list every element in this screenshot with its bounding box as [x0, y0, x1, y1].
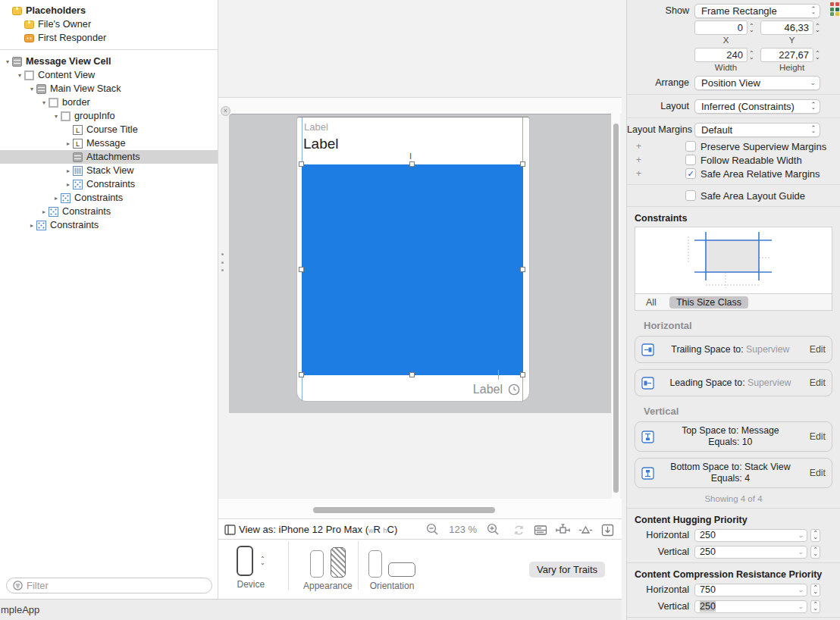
checkbox[interactable]: ✓ — [685, 168, 696, 179]
chevron-down-icon[interactable]: ▾ — [39, 99, 49, 106]
width-field[interactable]: 240 — [694, 48, 748, 62]
width-stepper[interactable]: ⌃⌄ — [749, 52, 754, 59]
constraint-row[interactable]: Leading Space to: SuperviewEdit — [635, 369, 832, 396]
priority-value-combo[interactable]: 250⌄ — [694, 529, 807, 542]
arrange-dropdown[interactable]: Position View⌄ — [694, 76, 820, 90]
pane-divider-handle[interactable] — [221, 253, 226, 271]
edit-button[interactable]: Edit — [810, 468, 826, 478]
selection-handle-bottom-mid[interactable] — [409, 372, 415, 377]
show-dropdown[interactable]: Frame Rectangle⌃⌄ — [694, 4, 820, 18]
selection-handle-top-mid[interactable] — [409, 161, 415, 167]
outline-row-message[interactable]: ▸LMessage — [0, 136, 218, 150]
message-view-cell-preview[interactable]: Label Label I Label — [297, 117, 529, 401]
chevron-right-icon[interactable]: ▸ — [64, 140, 73, 147]
layout-dropdown[interactable]: Inferred (Constraints)⌃⌄ — [694, 99, 820, 114]
safe-area-guide-checkbox[interactable] — [685, 190, 696, 201]
horizontal-scrollbar[interactable] — [218, 499, 622, 518]
priority-value-combo[interactable]: 750⌄ — [694, 584, 807, 597]
outline-row-course-title[interactable]: LCourse Title — [0, 123, 218, 136]
y-field[interactable]: 46,33 — [760, 20, 813, 35]
chevron-right-icon[interactable]: ▸ — [39, 208, 49, 215]
selection-handle-mid-left[interactable] — [299, 267, 304, 272]
constraint-row[interactable]: Top Space to: MessageEquals: 10Edit — [635, 421, 832, 452]
x-field[interactable]: 0 — [694, 20, 748, 35]
y-stepper[interactable]: ⌃⌄ — [815, 24, 820, 32]
vertical-scrollbar[interactable] — [612, 101, 620, 499]
outline-filter-field[interactable]: Filter — [6, 578, 212, 593]
chevron-right-icon[interactable]: ▸ — [64, 181, 73, 188]
device-stepper[interactable]: ⌃⌄ — [260, 557, 265, 565]
priority-stepper[interactable]: ⌃⌄ — [810, 546, 820, 559]
resolve-issues-icon[interactable] — [578, 524, 593, 537]
course-title-label[interactable]: Label — [304, 121, 328, 133]
orientation-landscape-icon[interactable] — [388, 562, 415, 577]
selection-handle-top-left[interactable] — [299, 161, 304, 167]
height-field[interactable]: 227,67 — [760, 48, 813, 62]
chevron-down-icon[interactable]: ▾ — [3, 58, 12, 65]
outline-row-message-view-cell[interactable]: ▾Message View Cell — [0, 55, 218, 68]
vertical-scrollbar-thumb[interactable] — [613, 124, 619, 493]
orientation-picker[interactable]: Orientation — [368, 546, 415, 591]
chevron-right-icon[interactable]: ▸ — [64, 168, 73, 174]
tab-all[interactable]: All — [646, 297, 657, 308]
editor-pane-icon[interactable] — [224, 524, 236, 535]
tab-this-size-class[interactable]: This Size Class — [669, 296, 748, 308]
appearance-dark-icon[interactable] — [331, 547, 346, 578]
appearance-picker[interactable]: Appearance — [303, 546, 353, 591]
constraint-row[interactable]: Bottom Space to: Stack ViewEquals: 4Edit — [635, 458, 832, 488]
priority-value-combo[interactable]: 250⌄ — [694, 600, 807, 613]
chevron-down-icon[interactable]: ▾ — [52, 113, 61, 120]
message-label[interactable]: Label — [303, 136, 339, 152]
add-variation-icon[interactable]: + — [636, 155, 645, 165]
view-as-label[interactable]: View as: iPhone 12 Pro Max (wR hC) — [239, 524, 397, 535]
device-phone-icon[interactable] — [237, 546, 253, 576]
constraint-row[interactable]: Trailing Space to: SuperviewEdit — [635, 336, 832, 363]
chevron-right-icon[interactable]: ▸ — [27, 222, 36, 229]
orientation-portrait-icon[interactable] — [368, 550, 382, 578]
outline-row-content-view[interactable]: ▾Content View — [0, 68, 218, 82]
add-variation-icon[interactable]: + — [636, 141, 645, 152]
edit-button[interactable]: Edit — [810, 377, 826, 388]
outline-row-stack-view[interactable]: ▸Stack View — [0, 164, 218, 177]
outline-row-constraints[interactable]: ▸Constraints — [0, 191, 218, 205]
outline-row-constraints[interactable]: ▸Constraints — [0, 218, 218, 232]
time-label[interactable]: Label — [473, 383, 503, 396]
height-stepper[interactable]: ⌃⌄ — [815, 52, 820, 59]
vary-for-traits-button[interactable]: Vary for Traits — [529, 562, 605, 578]
zoom-out-icon[interactable] — [426, 523, 439, 536]
zoom-level[interactable]: 123 % — [449, 524, 477, 535]
outline-row-groupinfo[interactable]: ▾groupInfo — [0, 109, 218, 123]
x-stepper[interactable]: ⌃⌄ — [749, 24, 754, 32]
outline-row-attachments[interactable]: Attachments — [0, 150, 218, 164]
priority-stepper[interactable]: ⌃⌄ — [810, 529, 820, 542]
appearance-light-icon[interactable] — [310, 550, 324, 578]
outline-row-constraints[interactable]: ▸Constraints — [0, 205, 218, 218]
selection-handle-bottom-right[interactable] — [520, 372, 525, 377]
checkbox[interactable] — [685, 155, 696, 165]
edit-button[interactable]: Edit — [810, 431, 826, 442]
update-frames-icon[interactable] — [512, 524, 525, 537]
embed-in-icon[interactable] — [601, 524, 614, 537]
selection-handle-top-right[interactable] — [520, 161, 525, 167]
outline-row-main-view-stack[interactable]: ▾Main View Stack — [0, 82, 218, 96]
outline-row-constraints[interactable]: ▸Constraints — [0, 177, 218, 191]
outline-row-border[interactable]: ▾border — [0, 96, 218, 109]
selection-handle-mid-right[interactable] — [520, 267, 525, 272]
add-variation-icon[interactable]: + — [636, 168, 645, 179]
checkbox[interactable] — [685, 141, 696, 152]
chevron-down-icon[interactable]: ▾ — [27, 86, 36, 92]
chevron-right-icon[interactable]: ▸ — [52, 195, 61, 202]
device-picker[interactable]: ⌃⌄ Device — [237, 546, 265, 590]
add-constraints-icon[interactable] — [556, 524, 570, 537]
priority-stepper[interactable]: ⌃⌄ — [810, 600, 820, 613]
horizontal-scrollbar-thumb[interactable] — [313, 507, 495, 513]
edit-button[interactable]: Edit — [810, 344, 826, 355]
align-icon[interactable] — [534, 524, 547, 537]
selection-handle-bottom-left[interactable] — [299, 372, 304, 377]
priority-stepper[interactable]: ⌃⌄ — [810, 584, 820, 597]
outline-row-placeholders[interactable]: Placeholders — [0, 4, 218, 17]
outline-row-file-s-owner[interactable]: File's Owner — [0, 17, 218, 31]
layout-margins-dropdown[interactable]: Default⌃⌄ — [694, 123, 820, 137]
zoom-in-icon[interactable] — [487, 523, 500, 536]
priority-value-combo[interactable]: 250⌄ — [694, 546, 807, 559]
